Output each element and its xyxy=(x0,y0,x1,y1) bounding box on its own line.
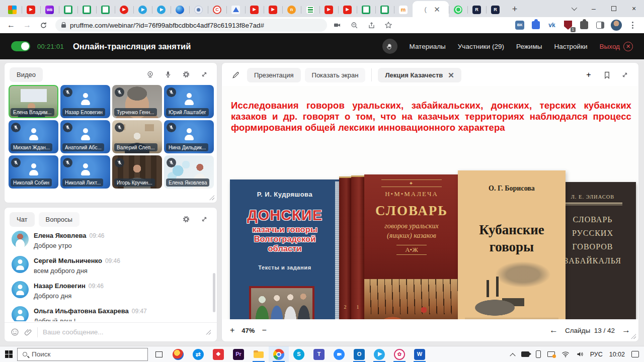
shield-extension-icon[interactable]: 1 xyxy=(562,20,574,31)
tray-phone-icon[interactable] xyxy=(536,350,541,358)
browser-tab[interactable] xyxy=(449,2,467,17)
zoom-out-button[interactable]: − xyxy=(262,326,266,335)
browser-tab[interactable]: ▶ xyxy=(264,2,282,17)
clock[interactable]: 10:02 xyxy=(609,351,625,358)
skype-taskbar-icon[interactable]: S xyxy=(289,346,309,362)
participant-tile[interactable]: Назар Еловегин xyxy=(60,85,110,118)
participant-tile[interactable]: Валерий Слеп... xyxy=(112,120,162,153)
profile-avatar[interactable] xyxy=(611,20,622,31)
chat-resize-handle[interactable] xyxy=(206,330,211,335)
microphone-icon[interactable] xyxy=(160,67,176,82)
draw-pencil-icon[interactable] xyxy=(228,67,243,82)
close-document-icon[interactable]: ✕ xyxy=(448,71,454,79)
chat-expand-icon[interactable] xyxy=(197,212,212,227)
browser-tab[interactable] xyxy=(133,2,152,17)
video-resize-handle[interactable] xyxy=(209,195,214,200)
nav-settings[interactable]: Настройки xyxy=(554,43,587,50)
browser-tab[interactable]: R xyxy=(486,2,505,17)
browser-tab[interactable] xyxy=(96,2,115,17)
active-browser-tab[interactable]: (✕ xyxy=(413,1,449,17)
back-icon[interactable]: ← xyxy=(4,18,18,32)
browser-tab[interactable]: ▶ xyxy=(245,2,264,17)
premiere-taskbar-icon[interactable]: Pr xyxy=(228,346,249,362)
zoom-in-button[interactable]: + xyxy=(230,326,234,335)
browser-menu-icon[interactable] xyxy=(627,20,638,31)
tab-presentation[interactable]: Презентация xyxy=(247,68,301,82)
participant-tile[interactable]: Николай Собин xyxy=(9,155,58,189)
add-document-button[interactable]: + xyxy=(581,67,596,82)
puzzle-dark-extension-icon[interactable] xyxy=(579,20,590,31)
zoom-out-page-icon[interactable] xyxy=(347,18,361,32)
browser-tab[interactable]: R xyxy=(467,2,486,17)
teams-taskbar-icon[interactable]: T xyxy=(309,346,329,362)
search-input[interactable] xyxy=(32,350,132,358)
browser-tab[interactable]: ▶ xyxy=(338,2,357,17)
exit-button[interactable]: Выход✕ xyxy=(600,42,633,51)
browser-circle-taskbar-icon[interactable] xyxy=(168,346,188,362)
tab-questions[interactable]: Вопросы xyxy=(39,212,79,227)
chat-message-input[interactable] xyxy=(43,328,201,336)
nav-participants[interactable]: Участники (29) xyxy=(458,43,504,50)
pink-app-taskbar-icon[interactable] xyxy=(389,346,410,362)
browser-tab[interactable] xyxy=(152,2,171,17)
vk-extension-icon[interactable]: ВК xyxy=(514,20,525,31)
browser-tab[interactable] xyxy=(301,2,319,17)
browser-tab[interactable]: ▶ xyxy=(22,2,40,17)
bookmark-star-icon[interactable] xyxy=(381,18,395,32)
prev-slide-button[interactable]: ← xyxy=(549,325,558,335)
browser-tab[interactable] xyxy=(226,2,245,17)
active-document-tab[interactable]: Лекция Казачеств ✕ xyxy=(378,68,461,82)
language-indicator[interactable]: РУС xyxy=(590,351,603,358)
attach-icon[interactable] xyxy=(24,328,32,336)
chat-settings-gear-icon[interactable] xyxy=(179,212,194,227)
outlook-taskbar-icon[interactable]: O xyxy=(349,346,369,362)
browser-tab[interactable]: ▶ xyxy=(319,2,338,17)
participant-tile[interactable]: Елена Владим... xyxy=(9,85,58,118)
reload-icon[interactable] xyxy=(36,18,50,32)
telegram-taskbar-icon[interactable] xyxy=(369,346,389,362)
participant-tile[interactable]: Николай Лихт... xyxy=(60,155,110,189)
start-button[interactable] xyxy=(0,346,17,362)
browser-tab[interactable] xyxy=(189,2,208,17)
camera-permission-icon[interactable] xyxy=(330,18,344,32)
participant-tile[interactable]: Елена Яковлева xyxy=(164,155,214,189)
participant-tile[interactable]: Юрий Лаштабег xyxy=(164,85,214,118)
vk-text-extension-icon[interactable]: vk xyxy=(546,20,557,31)
address-bar[interactable]: pruffme.com/webinar/?id=76f99abfbcdbbc4a… xyxy=(55,19,327,32)
participant-tile[interactable]: Нина Дильдик... xyxy=(164,120,214,153)
video-expand-icon[interactable] xyxy=(197,67,212,82)
emoji-icon[interactable] xyxy=(11,328,19,336)
raise-hand-button[interactable] xyxy=(382,39,397,54)
video-settings-gear-icon[interactable] xyxy=(179,67,194,82)
word-taskbar-icon[interactable]: W xyxy=(410,346,430,362)
next-slide-button[interactable]: → xyxy=(622,325,630,335)
forward-icon[interactable]: → xyxy=(20,18,34,32)
teamviewer-taskbar-icon[interactable] xyxy=(188,346,208,362)
participant-tile[interactable]: Игорь Кручин... xyxy=(112,155,162,189)
browser-tab[interactable] xyxy=(375,2,394,17)
puzzle-extension-icon[interactable] xyxy=(530,20,541,31)
nav-materials[interactable]: Материалы xyxy=(410,43,446,50)
window-minimize-icon[interactable]: – xyxy=(584,0,604,17)
share-icon[interactable] xyxy=(364,18,378,32)
window-close-icon[interactable]: × xyxy=(624,0,644,17)
tray-chevron-icon[interactable] xyxy=(510,353,515,358)
participant-tile[interactable]: Анатолий Абс... xyxy=(60,120,110,153)
zoom-taskbar-icon[interactable] xyxy=(329,346,349,362)
window-restore-icon[interactable] xyxy=(604,0,624,17)
browser-tab[interactable]: m xyxy=(394,2,413,17)
tab-share-screen[interactable]: Показать экран xyxy=(305,68,366,82)
browser-tab[interactable] xyxy=(3,2,22,17)
browser-tab[interactable]: n xyxy=(282,2,301,17)
chrome-taskbar-icon[interactable] xyxy=(269,346,289,362)
browser-tab[interactable]: ▶ xyxy=(115,2,133,17)
browser-tab[interactable] xyxy=(77,2,96,17)
tab-close-icon[interactable]: ✕ xyxy=(434,6,440,13)
bookmark-icon[interactable] xyxy=(599,67,614,82)
presentation-expand-icon[interactable] xyxy=(617,67,632,82)
tray-display-icon[interactable] xyxy=(547,351,555,357)
wifi-icon[interactable] xyxy=(561,351,570,357)
new-tab-button[interactable]: + xyxy=(508,2,522,16)
red-app-taskbar-icon[interactable] xyxy=(208,346,228,362)
browser-tab[interactable] xyxy=(171,2,189,17)
